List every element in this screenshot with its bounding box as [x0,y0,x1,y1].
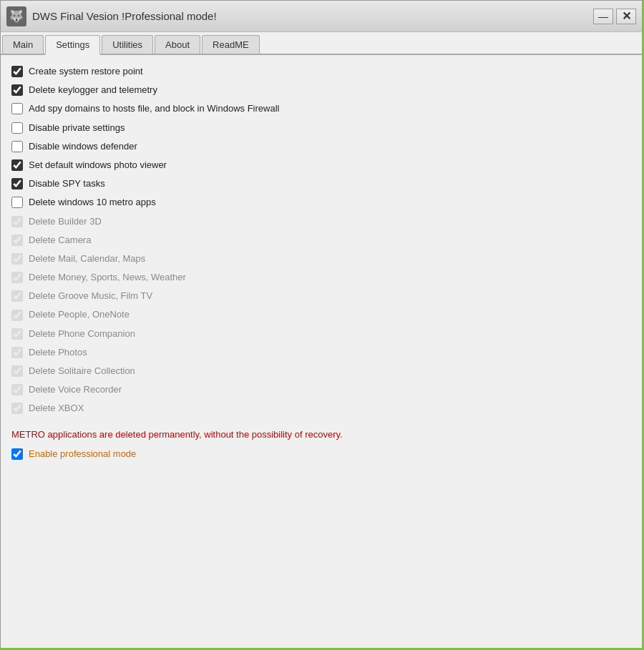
checkbox-spytasks-label[interactable]: Disable SPY tasks [29,177,105,190]
checkbox-mail-input [11,253,23,265]
app-icon: 🐺 [6,6,26,26]
checkbox-restore: Create system restore point [11,62,631,81]
checkbox-camera-label: Delete Camera [29,234,91,247]
title-bar: 🐺 DWS Final Vesion !Professional mode! —… [1,1,642,32]
checkbox-money-label: Delete Money, Sports, News, Weather [29,271,186,284]
checkbox-spydomains-label[interactable]: Add spy domains to hosts file, and block… [29,102,279,115]
checkbox-xbox-input [11,403,23,414]
tab-utilities[interactable]: Utilities [102,35,153,54]
close-button[interactable]: ✕ [616,9,636,24]
checkbox-spytasks: Disable SPY tasks [11,174,631,193]
checkbox-restore-label[interactable]: Create system restore point [29,65,143,78]
checkbox-photoviewer-label[interactable]: Set default windows photo viewer [29,159,167,172]
checkbox-groove-label: Delete Groove Music, Film TV [29,290,152,302]
checkbox-solitaire-label: Delete Solitaire Collection [29,365,135,378]
main-window: 🐺 DWS Final Vesion !Professional mode! —… [0,0,644,650]
tab-about[interactable]: About [155,35,200,54]
professional-mode-label[interactable]: Enable professional mode [29,448,136,459]
checkbox-defender-input[interactable] [11,141,23,152]
checkbox-phone-input [11,328,23,340]
tab-readme[interactable]: ReadME [202,35,260,54]
checkbox-xbox-label: Delete XBOX [29,402,84,415]
checkbox-builder3d: Delete Builder 3D [11,212,631,231]
checkbox-private-input[interactable] [11,122,23,134]
checkbox-private-label[interactable]: Disable private settings [29,122,125,134]
minimize-button[interactable]: — [593,9,613,24]
tab-settings[interactable]: Settings [45,35,100,55]
tab-main[interactable]: Main [2,35,44,54]
checkbox-xbox: Delete XBOX [11,399,631,418]
window-title: DWS Final Vesion !Professional mode! [32,10,593,22]
checkbox-defender: Disable windows defender [11,137,631,156]
checkbox-mail-label: Delete Mail, Calendar, Maps [29,252,145,265]
professional-mode-container: Enable professional mode [11,448,631,460]
checkbox-keylogger: Delete keylogger and telemetry [11,81,631,99]
checkbox-metro: Delete windows 10 metro apps [11,193,631,212]
checkbox-spydomains-input[interactable] [11,103,23,114]
checkbox-photoviewer-input[interactable] [11,159,23,171]
checkbox-builder3d-label: Delete Builder 3D [29,215,102,228]
checkbox-money: Delete Money, Sports, News, Weather [11,268,631,287]
checkbox-metro-label[interactable]: Delete windows 10 metro apps [29,196,156,209]
checkbox-voice: Delete Voice Recorder [11,380,631,399]
professional-mode-checkbox[interactable] [11,448,23,460]
checkbox-people-label: Delete People, OneNote [29,308,130,321]
checkbox-defender-label[interactable]: Disable windows defender [29,140,137,153]
checkbox-keylogger-input[interactable] [11,84,23,96]
checkbox-voice-label: Delete Voice Recorder [29,383,122,396]
settings-content: Create system restore point Delete keylo… [1,55,642,648]
checkbox-people: Delete People, OneNote [11,305,631,324]
checkbox-solitaire-input [11,365,23,377]
checkbox-voice-input [11,384,23,395]
checkbox-photos-input [11,347,23,358]
checkbox-money-input [11,272,23,283]
warning-text: METRO applications are deleted permanent… [11,428,631,441]
checkbox-mail: Delete Mail, Calendar, Maps [11,250,631,268]
checkbox-metro-input[interactable] [11,197,23,208]
checkbox-camera-input [11,235,23,246]
checkbox-phone: Delete Phone Companion [11,325,631,343]
window-controls: — ✕ [593,9,636,24]
checkbox-photos-label: Delete Photos [29,346,87,359]
tab-bar: Main Settings Utilities About ReadME [1,32,642,55]
checkbox-spydomains: Add spy domains to hosts file, and block… [11,99,631,118]
checkbox-restore-input[interactable] [11,66,23,77]
checkbox-groove: Delete Groove Music, Film TV [11,287,631,305]
checkbox-solitaire: Delete Solitaire Collection [11,362,631,380]
checkbox-photoviewer: Set default windows photo viewer [11,156,631,174]
checkbox-groove-input [11,290,23,302]
checkbox-camera: Delete Camera [11,231,631,250]
checkbox-people-input [11,310,23,321]
checkbox-private: Disable private settings [11,119,631,137]
checkbox-photos: Delete Photos [11,343,631,362]
checkbox-builder3d-input [11,216,23,227]
checkbox-keylogger-label[interactable]: Delete keylogger and telemetry [29,84,157,97]
checkbox-phone-label: Delete Phone Companion [29,328,135,340]
checkbox-spytasks-input[interactable] [11,178,23,189]
